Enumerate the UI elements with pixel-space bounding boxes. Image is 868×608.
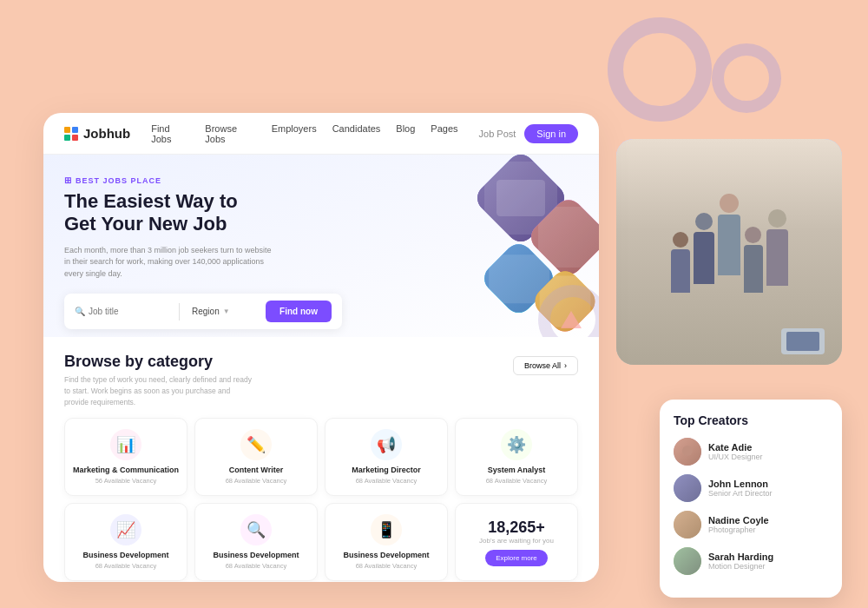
categories-description: Find the type of work you need, clearly … xyxy=(64,374,255,407)
search-bar: 🔍 Region ▼ Find now xyxy=(64,294,342,329)
logo-text: Jobhub xyxy=(83,126,130,141)
category-vacancy-6: 68 Available Vacancy xyxy=(332,562,440,570)
category-card-6[interactable]: 📱 Business Development 68 Available Vaca… xyxy=(325,503,448,581)
region-arrow: ▼ xyxy=(223,307,230,315)
creator-item-3[interactable]: Sarah Harding Motion Designer xyxy=(674,547,828,575)
category-name-6: Business Development xyxy=(332,551,440,559)
main-card: Jobhub Find Jobs Browse Jobs Employers C… xyxy=(43,113,599,582)
creator-item-2[interactable]: Nadine Coyle Photographer xyxy=(674,511,828,539)
search-divider xyxy=(179,303,180,321)
categories-grid: 📊 Marketing & Communication 56 Available… xyxy=(64,418,578,496)
creator-info-3: Sarah Harding Motion Designer xyxy=(708,552,828,571)
nav-links: Find Jobs Browse Jobs Employers Candidat… xyxy=(151,123,457,144)
signin-button[interactable]: Sign in xyxy=(524,124,578,143)
bg-circle-2 xyxy=(712,43,781,113)
creator-info-0: Kate Adie UI/UX Designer xyxy=(708,442,828,461)
search-icon: 🔍 xyxy=(75,307,85,316)
categories-grid-2: 📈 Business Development 68 Available Vaca… xyxy=(64,503,578,581)
top-creators-card: Top Creators Kate Adie UI/UX Designer Jo… xyxy=(660,400,842,598)
category-name-1: Content Writer xyxy=(202,466,310,474)
category-vacancy-3: 68 Available Vacancy xyxy=(463,477,570,485)
category-name-3: System Analyst xyxy=(463,466,570,474)
nav-job-post: Job Post xyxy=(479,129,516,139)
nav-pages[interactable]: Pages xyxy=(431,123,457,144)
browse-all-button[interactable]: Browse All › xyxy=(513,356,578,375)
creator-role-3: Motion Designer xyxy=(708,562,828,571)
region-label: Region xyxy=(192,307,220,316)
category-icon-4: 📈 xyxy=(110,514,141,545)
category-icon-6: 📱 xyxy=(371,514,402,545)
category-icon-5: 🔍 xyxy=(240,514,272,545)
nav-blog[interactable]: Blog xyxy=(396,123,415,144)
office-photo xyxy=(616,139,842,365)
creator-avatar-0 xyxy=(674,438,701,466)
creator-info-2: Nadine Coyle Photographer xyxy=(708,515,828,534)
category-icon-0: 📊 xyxy=(110,429,141,460)
hero-title: The Easiest Way toGet Your New Job xyxy=(64,190,290,236)
explore-more-button[interactable]: Explore more xyxy=(485,550,548,566)
creator-avatar-2 xyxy=(674,511,701,539)
stat-number: 18,265+ xyxy=(488,519,545,537)
category-vacancy-4: 68 Available Vacancy xyxy=(72,562,180,570)
hero-section: BEST JOBS PLACE The Easiest Way toGet Yo… xyxy=(43,155,599,337)
logo-icon xyxy=(64,127,78,141)
creator-name-1: John Lennon xyxy=(708,479,828,489)
category-name-4: Business Development xyxy=(72,551,180,559)
categories-header: Browse by category Find the type of work… xyxy=(64,353,578,407)
categories-section: Browse by category Find the type of work… xyxy=(43,337,599,581)
category-icon-3: ⚙️ xyxy=(501,429,532,460)
creator-role-2: Photographer xyxy=(708,525,828,534)
category-name-2: Marketing Director xyxy=(332,466,440,474)
category-icon-2: 📢 xyxy=(371,429,402,460)
hero-description: Each month, more than 3 million job seek… xyxy=(64,245,273,281)
category-card-4[interactable]: 📈 Business Development 68 Available Vaca… xyxy=(64,503,187,581)
creator-item-0[interactable]: Kate Adie UI/UX Designer xyxy=(674,438,828,466)
category-card-0[interactable]: 📊 Marketing & Communication 56 Available… xyxy=(64,418,187,496)
navbar: Jobhub Find Jobs Browse Jobs Employers C… xyxy=(43,113,599,155)
category-card-2[interactable]: 📢 Marketing Director 68 Available Vacanc… xyxy=(325,418,448,496)
find-now-button[interactable]: Find now xyxy=(266,301,332,322)
nav-candidates[interactable]: Candidates xyxy=(332,123,381,144)
nav-employers[interactable]: Employers xyxy=(272,123,317,144)
category-name-0: Marketing & Communication xyxy=(72,466,180,474)
category-vacancy-2: 68 Available Vacancy xyxy=(332,477,440,485)
creator-name-3: Sarah Harding xyxy=(708,552,828,562)
logo: Jobhub xyxy=(64,126,130,141)
creator-info-1: John Lennon Senior Art Director xyxy=(708,479,828,498)
job-title-input[interactable] xyxy=(89,307,167,316)
creator-name-0: Kate Adie xyxy=(708,442,828,453)
region-field: Region ▼ xyxy=(192,307,259,316)
category-icon-1: ✏️ xyxy=(240,429,272,460)
creator-avatar-3 xyxy=(674,547,701,575)
nav-browse-jobs[interactable]: Browse Jobs xyxy=(205,123,255,144)
category-card-1[interactable]: ✏️ Content Writer 68 Available Vacancy xyxy=(194,418,318,496)
stat-label: Job's are waiting for you xyxy=(479,537,554,545)
creator-avatar-1 xyxy=(674,474,701,502)
creator-role-1: Senior Art Director xyxy=(708,489,828,498)
creator-role-0: UI/UX Designer xyxy=(708,453,828,461)
category-vacancy-0: 56 Available Vacancy xyxy=(72,477,180,485)
nav-actions: Job Post Sign in xyxy=(479,124,578,143)
category-card-5[interactable]: 🔍 Business Development 68 Available Vaca… xyxy=(194,503,318,581)
stat-card: 18,265+ Job's are waiting for you Explor… xyxy=(455,503,578,581)
bg-circle-1 xyxy=(608,17,712,122)
chevron-right-icon: › xyxy=(564,361,567,370)
category-vacancy-1: 68 Available Vacancy xyxy=(202,477,310,485)
category-card-3[interactable]: ⚙️ System Analyst 68 Available Vacancy xyxy=(455,418,578,496)
creator-item-1[interactable]: John Lennon Senior Art Director xyxy=(674,474,828,502)
category-name-5: Business Development xyxy=(202,551,310,559)
nav-find-jobs[interactable]: Find Jobs xyxy=(151,123,189,144)
top-creators-title: Top Creators xyxy=(674,413,828,427)
creator-name-2: Nadine Coyle xyxy=(708,515,828,525)
search-field: 🔍 xyxy=(75,307,167,316)
categories-title: Browse by category xyxy=(64,353,255,371)
category-vacancy-5: 68 Available Vacancy xyxy=(202,562,310,570)
